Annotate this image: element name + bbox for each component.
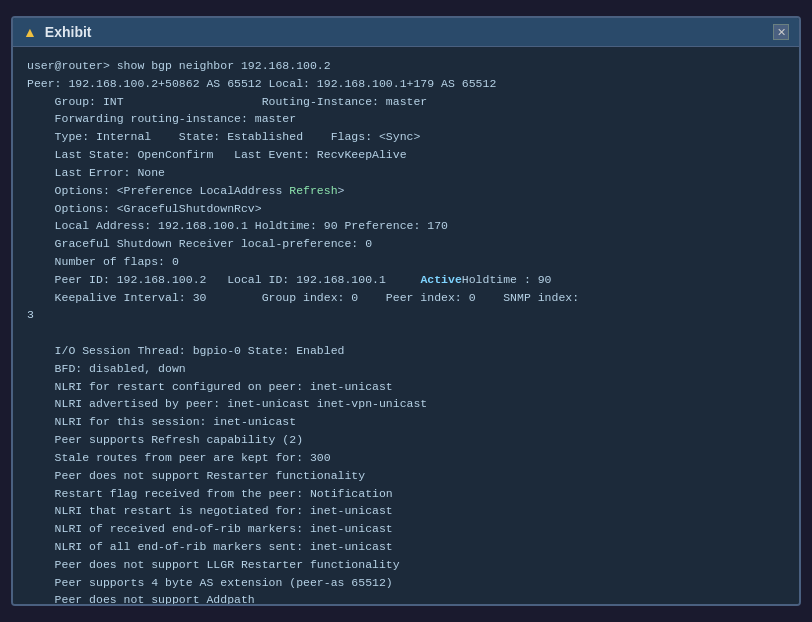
- title-bar: ▲ Exhibit ✕: [13, 18, 799, 47]
- exhibit-window: ▲ Exhibit ✕ user@router> show bgp neighb…: [11, 16, 801, 606]
- close-button[interactable]: ✕: [773, 24, 789, 40]
- title-bar-left: ▲ Exhibit: [23, 24, 92, 40]
- terminal-content: user@router> show bgp neighbor 192.168.1…: [13, 47, 799, 604]
- terminal-output: user@router> show bgp neighbor 192.168.1…: [27, 57, 785, 604]
- window-title: Exhibit: [45, 24, 92, 40]
- window-icon: ▲: [23, 24, 37, 40]
